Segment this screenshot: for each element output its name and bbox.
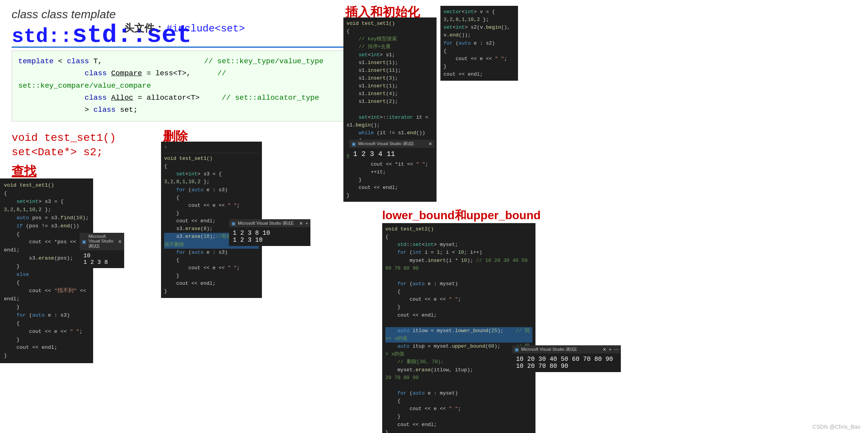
ins-extra-line: cout << endl; [444, 71, 515, 78]
ins-code-line: } [347, 176, 433, 184]
ins-code-line: // 排序+去重 [347, 43, 433, 51]
class-title: class class template [12, 8, 191, 21]
template-line2: class Compare = less<T>, // set::key_com… [18, 68, 343, 92]
del-code-line: cout << endl; [164, 280, 259, 288]
ins-extra-line: vector<int> v = { 3,2,8,1,10,2 }; [444, 8, 515, 24]
ins-extra-line: { [444, 47, 515, 55]
ins-extra-line: set<int> s2(v.begin(), v.end()); [444, 24, 515, 39]
find-code-line: } [4, 336, 89, 344]
del-code-line: for (auto e : s3) [164, 249, 259, 256]
lu-line: myset.erase(itlow, itup); // 10 20 70 80… [385, 366, 532, 382]
set-decl-2: set<Date*> s2; [12, 146, 116, 158]
delete-output-terminal: ▣ Microsoft Visual Studio 调试E ✕ + 1 2 3 … [229, 219, 310, 246]
lower-upper-output-terminal: ▣ Microsoft Visual Studio 调试E ✕ + ⋯ 10 2… [512, 345, 621, 372]
lu-line: } [385, 303, 532, 311]
insert-output-terminal: ▣ Microsoft Visual Studio 调试E ✕ 1 2 3 4 … [349, 140, 435, 160]
find-code-panel: void test_set1() { set<int> s3 = { 3,2,8… [0, 178, 93, 363]
find-output-line2: 1 2 3 8 [83, 259, 120, 266]
del-code-line: for (auto e : s3) [164, 186, 259, 194]
lu-line: { [385, 288, 532, 296]
set-declarations: void test_set1() set<Date*> s2; [12, 132, 116, 161]
find-code-line: cout << endl; [4, 344, 89, 352]
find-code-line: void test_set1() [4, 182, 89, 190]
lu-line [385, 382, 532, 390]
del-code-line: } [164, 210, 259, 217]
terminal-title4: Microsoft Visual Studio 调试E [521, 346, 577, 352]
ins-code-line: while (it != s1.end()) [347, 129, 433, 137]
ins-extra-line: } [444, 63, 515, 71]
del-code-line: cout << e << " "; [164, 202, 259, 210]
insert-output-content: 1 2 3 4 11 [349, 148, 435, 160]
lu-line: myset.insert(i * 10); // 10 20 30 40 50 … [385, 257, 532, 272]
insert-output-line1: 1 2 3 4 11 [353, 150, 431, 158]
lower-upper-code-panel: void test_set2() { std::set<int> myset; … [382, 223, 535, 433]
lu-line: for (int i = 1; i < 10; i++) [385, 249, 532, 256]
ins-code-line: cout << *it << " "; [347, 161, 433, 168]
terminal-title3: Microsoft Visual Studio 调试E [358, 141, 414, 147]
include-header: 头文件： #include<set> [124, 21, 245, 35]
find-code-line: cout << *pos << endl; [4, 238, 89, 255]
find-code-line: cout << e << " "; [4, 328, 89, 336]
close-icon4[interactable]: ✕ [603, 347, 606, 352]
find-code-line: auto pos = s3.find(10); [4, 214, 89, 222]
del-code-line: { [164, 163, 259, 170]
find-output-content: 10 1 2 3 8 [80, 250, 124, 268]
del-code-line: void test_set1() [164, 155, 259, 163]
ins-extra-line: cout << e << " "; [444, 55, 515, 63]
lu-line: cout << endl; [385, 312, 532, 319]
new-tab-icon2[interactable]: + [609, 347, 612, 352]
terminal-title2: Microsoft Visual Studio 调试E [238, 220, 294, 226]
blue-divider [12, 47, 349, 48]
ins-code-line: s1.insert(1); [347, 59, 433, 67]
find-code-line: { [4, 190, 89, 198]
lu-output-line1: 10 20 30 40 50 60 70 80 90 [516, 356, 617, 363]
ins-code-line: } [347, 192, 433, 199]
lower-upper-output-content: 10 20 30 40 50 60 70 80 90 10 20 70 80 9… [512, 353, 621, 372]
page-container: class class template std::std::set 头文件： … [0, 0, 868, 433]
ins-code-line: ++it; [347, 168, 433, 176]
lu-line: cout << e << " "; [385, 296, 532, 303]
new-tab-icon[interactable]: + [305, 221, 308, 226]
close-icon3[interactable]: ✕ [428, 141, 432, 147]
lu-line: std::set<int> myset; [385, 241, 532, 249]
del-code-line: } [164, 288, 259, 295]
terminal-icon: ▣ [82, 239, 86, 244]
ins-code-line: set<int> s1; [347, 51, 433, 59]
ins-code-line [347, 106, 433, 114]
find-code-line: set<int> s3 = { 3,2,8,1,10,2 }; [4, 198, 89, 214]
find-code-line: { [4, 279, 89, 287]
expand-icon[interactable]: ⋯ [614, 347, 619, 352]
lu-line: // 删除[30, 70)↓ [385, 358, 532, 366]
lu-line [385, 319, 532, 327]
template-line1: template < class T, // set::key_type/val… [18, 55, 343, 68]
lu-line: { [385, 233, 532, 241]
find-code-line: cout << "找不到" << endl; [4, 287, 89, 303]
ins-code-line: s1.insert(4); [347, 90, 433, 98]
delete-output-line1: 1 2 3 8 10 [233, 230, 307, 237]
close-icon2[interactable]: ✕ [299, 221, 303, 226]
find-code-line: } [4, 352, 89, 360]
ins-code-line: s1.insert(1); [347, 82, 433, 90]
lu-line: for (auto e : myset) [385, 390, 532, 397]
find-code-line: else [4, 271, 89, 279]
find-heading: 查找 [12, 163, 36, 180]
lu-line [385, 272, 532, 280]
lu-line: } [385, 413, 532, 421]
lu-line: { [385, 397, 532, 405]
insert-code-panel: void test_set1() { // key模型搜索 // 排序+去重 s… [343, 17, 437, 202]
lu-line: } [385, 429, 532, 433]
template-line3: class Alloc = allocator<T> // set::alloc… [18, 92, 343, 104]
terminal-icon3: ▣ [352, 141, 356, 147]
find-code-line: { [4, 230, 89, 239]
insert-extra-code-panel: vector<int> v = { 3,2,8,1,10,2 }; set<in… [440, 6, 518, 81]
lu-line: cout << e << " "; [385, 405, 532, 413]
ins-code-line: s1.insert(3); [347, 74, 433, 82]
lu-line: auto itlow = myset.lower_bound(25); // 我… [385, 327, 532, 343]
close-icon[interactable]: ✕ [118, 239, 122, 244]
watermark: CSDN @Chris_Bao [813, 424, 860, 430]
ins-code-line: set<int>::iterator it = s1.begin(); [347, 114, 433, 129]
delete-output-line2: 1 2 3 10 [233, 237, 307, 244]
del-code-line: set<int> s3 = { 3,2,8,1,10,2 }; [164, 170, 259, 186]
del-code-line: cout << e << " "; [164, 264, 259, 272]
lu-output-line2: 10 20 70 80 90 [516, 363, 617, 370]
